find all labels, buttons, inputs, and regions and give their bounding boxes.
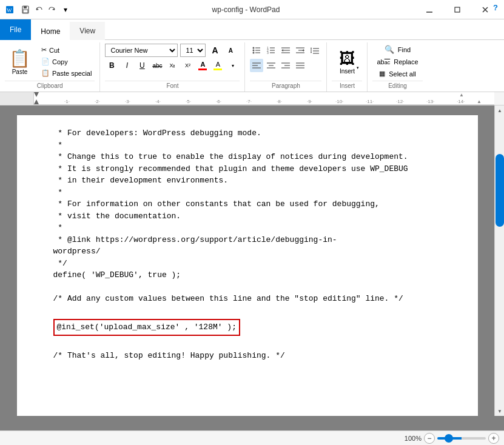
ribbon-tabs: File Home View (0, 19, 504, 40)
increase-indent-button[interactable] (294, 44, 307, 57)
zoom-out-button[interactable]: − (424, 433, 435, 444)
justify-button[interactable] (294, 59, 307, 72)
font-row1: Courier New 11 A A (105, 44, 237, 57)
ribbon: 📋 Paste ✂ Cut 📄 Copy (0, 40, 504, 92)
document-content: * For developers: WordPress debugging mo… (53, 127, 442, 362)
paragraph-group: 123 (245, 42, 327, 92)
increase-font-button[interactable]: A (208, 44, 221, 57)
list-bullets-button[interactable] (250, 44, 263, 57)
tab-home[interactable]: Home (31, 22, 70, 40)
font-color-button[interactable]: A (196, 59, 209, 72)
editing-group: 🔍 Find abac Replace ▦ Select all Editing (368, 42, 427, 92)
scroll-up-button[interactable]: ▲ (495, 105, 504, 115)
strikethrough-button[interactable]: abc (150, 59, 164, 72)
clipboard-label: Clipboard (5, 81, 95, 89)
font-group: Courier New 11 A A B I U abc X₂ (100, 42, 245, 92)
paste-button[interactable]: 📋 Paste (5, 45, 35, 79)
font-size-select[interactable]: 11 (180, 44, 206, 57)
window-title: wp-config - WordPad (189, 5, 302, 14)
zoom-slider[interactable] (437, 437, 486, 440)
highlighted-code-line: @ini_set('upload_max_size' , '128M' ); (53, 319, 240, 336)
save-qa-button[interactable] (19, 4, 32, 16)
svg-marker-30 (302, 49, 304, 52)
scrollbar-thumb[interactable] (496, 154, 504, 227)
italic-button[interactable]: I (120, 59, 133, 72)
editing-label: Editing (372, 81, 422, 89)
copy-button[interactable]: 📄 Copy (38, 56, 95, 67)
font-dropdown-button[interactable]: ▾ (226, 59, 240, 72)
editing-content: 🔍 Find abac Replace ▦ Select all (372, 44, 422, 79)
bold-button[interactable]: B (105, 59, 118, 72)
svg-marker-26 (281, 49, 283, 52)
cut-button[interactable]: ✂ Cut (38, 45, 95, 56)
font-content: Courier New 11 A A B I U abc X₂ (105, 44, 240, 79)
paste-special-button[interactable]: 📋 Paste special (38, 68, 95, 79)
window-controls (415, 0, 499, 19)
align-center-button[interactable] (264, 59, 278, 72)
line-spacing-button[interactable] (308, 44, 321, 57)
select-all-button[interactable]: ▦ Select all (375, 68, 420, 79)
copy-icon: 📄 (41, 58, 50, 65)
cut-icon: ✂ (41, 46, 47, 54)
insert-icon: 🖼 (339, 49, 355, 68)
customize-qa-button[interactable]: ▾ (59, 4, 72, 16)
paste-icon: 📋 (9, 49, 30, 69)
para-row1: 123 (250, 44, 321, 57)
document[interactable]: * For developers: WordPress debugging mo… (17, 115, 478, 416)
svg-text:3: 3 (267, 51, 269, 55)
paste-special-icon: 📋 (41, 69, 50, 77)
scroll-down-button[interactable]: ▼ (495, 406, 504, 416)
copy-label: Copy (52, 58, 68, 65)
decrease-indent-button[interactable] (279, 44, 292, 57)
font-family-select[interactable]: Courier New (105, 44, 178, 57)
ruler: ▲ ·1· ·2· ·3· ·4· ·5· ·6· ·7· ·8· ·9· ·1… (0, 92, 504, 105)
insert-label: Insert (332, 81, 362, 89)
help-button[interactable]: ? (489, 1, 502, 13)
svg-marker-34 (311, 47, 312, 49)
clipboard-group: 📋 Paste ✂ Cut 📄 Copy (0, 42, 100, 92)
underline-button[interactable]: U (135, 59, 149, 72)
subscript-button[interactable]: X₂ (166, 59, 179, 72)
svg-rect-8 (455, 7, 460, 12)
align-left-button[interactable] (250, 59, 263, 72)
svg-point-16 (253, 52, 255, 54)
decrease-font-button[interactable]: A (224, 44, 237, 57)
svg-rect-4 (23, 10, 28, 13)
list-numbered-button[interactable]: 123 (264, 44, 278, 57)
highlight-color-button[interactable]: A (211, 59, 224, 72)
insert-dropdown-icon: ▾ (357, 65, 359, 70)
select-all-icon: ▦ (379, 70, 385, 78)
clipboard-small-buttons: ✂ Cut 📄 Copy 📋 Paste special (38, 45, 95, 79)
insert-button[interactable]: 🖼 Insert ▾ (332, 44, 362, 79)
minimize-button[interactable] (415, 0, 443, 19)
paragraph-label: Paragraph (250, 81, 321, 89)
superscript-button[interactable]: X² (181, 59, 194, 72)
title-bar: W ▾ wp-config - WordPad (0, 0, 504, 19)
app-icon: W (5, 5, 15, 15)
zoom-in-button[interactable]: + (488, 433, 499, 444)
svg-point-14 (253, 47, 255, 49)
paste-special-label: Paste special (52, 70, 92, 77)
select-all-label: Select all (389, 70, 416, 78)
main-area: * For developers: WordPress debugging mo… (0, 105, 504, 430)
zoom-level-text: 100% (405, 435, 422, 442)
paragraph-content: 123 (250, 44, 321, 79)
find-button[interactable]: 🔍 Find (380, 44, 415, 55)
svg-text:W: W (7, 7, 12, 13)
zoom-controls: 100% − + (405, 433, 499, 444)
maximize-button[interactable] (443, 0, 471, 19)
vertical-scrollbar[interactable]: ▲ ▼ (494, 105, 504, 416)
replace-button[interactable]: abac Replace (372, 56, 422, 67)
status-bar: 100% − + (0, 430, 504, 445)
replace-icon: abac (377, 58, 390, 65)
tab-file[interactable]: File (0, 19, 31, 40)
undo-qa-button[interactable] (33, 4, 45, 16)
tab-view[interactable]: View (70, 22, 105, 40)
clipboard-content: 📋 Paste ✂ Cut 📄 Copy (5, 44, 95, 79)
insert-group: 🖼 Insert ▾ Insert (327, 42, 368, 92)
redo-qa-button[interactable] (46, 4, 58, 16)
svg-rect-3 (24, 6, 27, 8)
font-label: Font (105, 81, 240, 89)
align-right-button[interactable] (279, 59, 292, 72)
svg-marker-6 (52, 8, 55, 10)
